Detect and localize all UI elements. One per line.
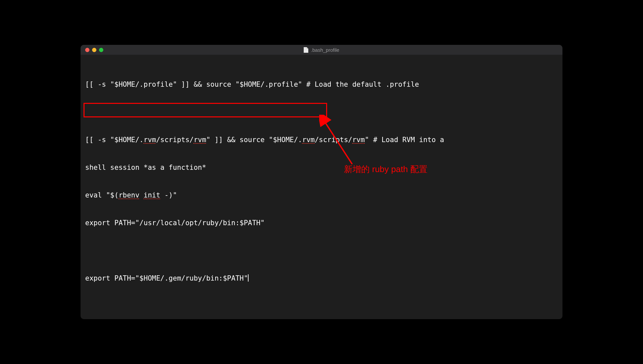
titlebar[interactable]: .bash_profile	[81, 45, 562, 55]
minimize-button[interactable]	[92, 48, 96, 52]
code-line: shell session *as a function*	[85, 163, 558, 172]
window-title: .bash_profile	[311, 47, 339, 53]
code-line: export PATH="/usr/local/opt/ruby/bin:$PA…	[85, 218, 558, 228]
text-cursor	[248, 274, 249, 282]
code-line	[85, 107, 558, 117]
window-controls	[81, 48, 103, 52]
annotation-label: 新增的 ruby path 配置	[344, 164, 427, 175]
maximize-button[interactable]	[99, 48, 103, 52]
code-line: [[ -s "$HOME/.profile" ]] && source "$HO…	[85, 80, 558, 89]
code-line	[85, 246, 558, 255]
window-title-area: .bash_profile	[304, 47, 339, 53]
editor-window: .bash_profile [[ -s "$HOME/.profile" ]] …	[81, 45, 562, 319]
code-line: [[ -s "$HOME/.rvm/scripts/rvm" ]] && sou…	[85, 135, 558, 144]
code-line: eval "$(rbenv init -)"	[85, 191, 558, 200]
code-line: export PATH="$HOME/.gem/ruby/bin:$PATH"	[85, 274, 558, 283]
text-editor[interactable]: [[ -s "$HOME/.profile" ]] && source "$HO…	[81, 55, 562, 308]
close-button[interactable]	[85, 48, 89, 52]
file-icon	[304, 47, 308, 53]
